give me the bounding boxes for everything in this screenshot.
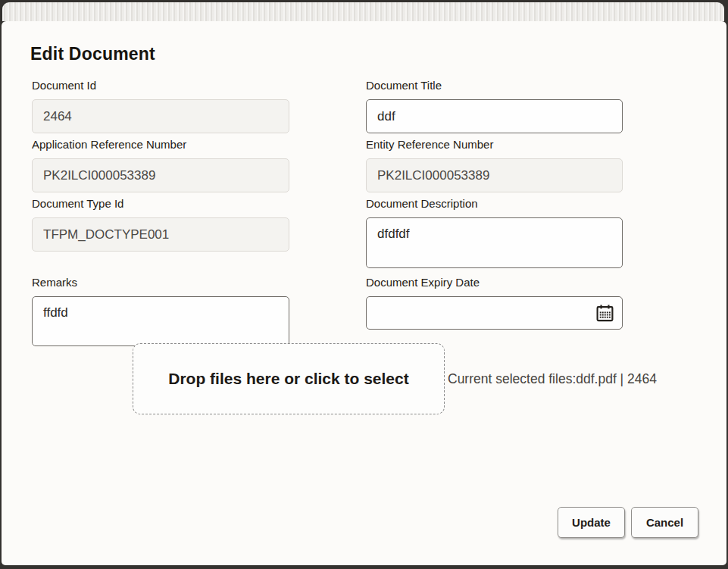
edit-document-dialog: Edit Document Document Id Document Title…: [2, 21, 726, 565]
field-document-id: Document Id: [32, 78, 289, 133]
field-document-title: Document Title: [366, 78, 623, 133]
field-application-reference-number: Application Reference Number: [32, 137, 289, 192]
dialog-title: Edit Document: [30, 44, 155, 64]
update-button[interactable]: Update: [558, 507, 625, 538]
document-description-textarea[interactable]: dfdfdf: [366, 217, 623, 268]
application-reference-number-label: Application Reference Number: [32, 137, 289, 152]
remarks-textarea[interactable]: ffdfd: [32, 296, 289, 346]
field-document-expiry-date: Document Expiry Date: [366, 275, 623, 330]
document-type-id-input: [32, 217, 289, 252]
field-document-description: Document Description dfdfdf: [366, 196, 623, 271]
dialog-footer: Update Cancel: [558, 507, 698, 538]
document-id-label: Document Id: [32, 78, 289, 92]
cancel-button[interactable]: Cancel: [631, 507, 698, 538]
date-input-wrapper: [366, 296, 623, 330]
document-expiry-date-input[interactable]: [366, 296, 623, 330]
entity-reference-number-label: Entity Reference Number: [366, 137, 623, 152]
dropzone-label: Drop files here or click to select: [168, 370, 408, 388]
selected-files-text: Current selected files:ddf.pdf | 2464: [448, 371, 657, 387]
file-dropzone[interactable]: Drop files here or click to select: [133, 343, 445, 414]
calendar-icon[interactable]: [594, 302, 615, 324]
remarks-label: Remarks: [32, 275, 289, 289]
field-entity-reference-number: Entity Reference Number: [366, 137, 623, 192]
document-id-input: [32, 99, 289, 133]
document-type-id-label: Document Type Id: [32, 196, 289, 211]
document-title-input[interactable]: [366, 99, 623, 133]
field-document-type-id: Document Type Id: [32, 196, 289, 252]
page-backdrop: Edit Document Document Id Document Title…: [0, 0, 728, 569]
document-title-label: Document Title: [366, 78, 623, 92]
entity-reference-number-input: [366, 158, 623, 192]
file-upload-row: Drop files here or click to select Curre…: [133, 343, 657, 414]
background-page-strip: [2, 2, 724, 21]
document-description-label: Document Description: [366, 196, 623, 211]
field-remarks: Remarks ffdfd: [32, 275, 289, 349]
edit-document-form: Document Id Document Title Application R…: [32, 78, 623, 349]
document-expiry-date-label: Document Expiry Date: [366, 275, 623, 289]
application-reference-number-input: [32, 158, 289, 192]
